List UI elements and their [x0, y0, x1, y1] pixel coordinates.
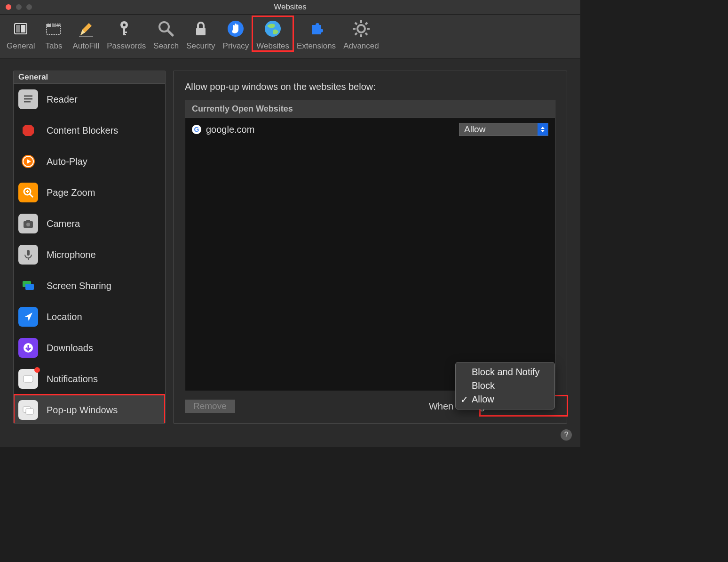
camera-icon — [18, 214, 38, 233]
sidebar-item-label: Auto-Play — [47, 156, 87, 167]
websites-listbox: Currently Open Websites Ggoogle.comAllow — [185, 100, 555, 391]
hand-icon — [224, 17, 247, 40]
list-header: Currently Open Websites — [185, 100, 555, 118]
sidebar-item-label: Location — [47, 312, 82, 322]
lock-icon — [190, 17, 212, 40]
main-heading: Allow pop-up windows on the websites bel… — [185, 81, 555, 92]
preferences-window: Websites General Tabs AutoFill Passwords… — [0, 0, 580, 447]
sidebar-item-microphone[interactable]: Microphone — [14, 239, 165, 270]
svg-line-29 — [365, 23, 367, 24]
menu-item[interactable]: Block — [456, 379, 554, 393]
website-domain: google.com — [206, 124, 454, 135]
sidebar-item-label: Reader — [47, 94, 78, 105]
svg-point-22 — [357, 25, 365, 32]
tab-label: Tabs — [46, 41, 63, 51]
svg-line-27 — [355, 23, 357, 24]
notifications-icon — [18, 369, 38, 389]
pop-up-windows-icon — [18, 400, 38, 420]
svg-rect-11 — [79, 36, 93, 37]
globe-icon — [261, 17, 284, 40]
downloads-icon — [18, 338, 38, 358]
tab-label: Privacy — [223, 41, 249, 51]
prefs-toolbar: General Tabs AutoFill Passwords Search S… — [0, 15, 580, 58]
remove-button[interactable]: Remove — [185, 400, 235, 413]
sidebar-item-screen-sharing[interactable]: Screen Sharing — [14, 270, 165, 301]
svg-line-28 — [365, 33, 367, 35]
tab-label: Security — [186, 41, 215, 51]
svg-rect-15 — [123, 32, 127, 33]
tab-label: Search — [153, 41, 179, 51]
svg-rect-48 — [25, 284, 34, 290]
tab-label: Passwords — [107, 41, 146, 51]
sidebar-item-camera[interactable]: Camera — [14, 208, 165, 239]
svg-rect-5 — [47, 24, 51, 27]
svg-rect-19 — [196, 28, 206, 35]
other-websites-dropdown-menu[interactable]: Block and NotifyBlockAllow — [455, 362, 555, 409]
tab-security[interactable]: Security — [182, 17, 219, 51]
svg-rect-3 — [21, 25, 25, 32]
sidebar-item-label: Page Zoom — [47, 187, 95, 198]
tab-websites[interactable]: Websites — [253, 17, 293, 51]
page-zoom-icon — [18, 183, 38, 202]
tabs-icon — [42, 17, 65, 40]
svg-rect-52 — [24, 376, 33, 382]
sidebar-item-label: Camera — [47, 218, 80, 229]
sidebar-item-content-blockers[interactable]: Content Blockers — [14, 115, 165, 146]
tab-passwords[interactable]: Passwords — [103, 17, 150, 51]
svg-line-30 — [355, 33, 357, 35]
location-icon — [18, 307, 38, 327]
tab-label: Extensions — [297, 41, 336, 51]
tab-tabs[interactable]: Tabs — [39, 17, 69, 51]
svg-point-21 — [265, 21, 281, 37]
sidebar-item-page-zoom[interactable]: Page Zoom — [14, 177, 165, 208]
sidebar-item-label: Notifications — [47, 374, 98, 385]
tab-label: Websites — [256, 41, 289, 51]
menu-item[interactable]: Block and Notify — [456, 365, 554, 379]
sidebar-item-downloads[interactable]: Downloads — [14, 332, 165, 363]
key-icon — [115, 17, 138, 40]
tab-label: General — [7, 41, 35, 51]
gear-icon — [350, 17, 372, 40]
tab-label: Advanced — [343, 41, 379, 51]
titlebar: Websites — [0, 0, 580, 15]
microphone-icon — [18, 245, 38, 265]
pencil-icon — [75, 17, 97, 40]
menu-item[interactable]: Allow — [456, 393, 554, 406]
svg-rect-16 — [123, 34, 126, 35]
window-title: Websites — [0, 2, 580, 12]
reader-icon — [18, 89, 38, 109]
tab-search[interactable]: Search — [150, 17, 182, 51]
tab-general[interactable]: General — [3, 17, 39, 51]
tab-advanced[interactable]: Advanced — [340, 17, 383, 51]
tab-privacy[interactable]: Privacy — [219, 17, 253, 51]
tab-label: AutoFill — [72, 41, 99, 51]
svg-point-13 — [123, 24, 126, 26]
svg-line-18 — [168, 31, 173, 35]
sidebar-item-label: Downloads — [47, 343, 93, 353]
sidebar-header: General — [14, 71, 165, 84]
website-row[interactable]: Ggoogle.comAllow — [185, 118, 555, 141]
sidebar-item-auto-play[interactable]: Auto-Play — [14, 146, 165, 177]
svg-marker-34 — [23, 125, 34, 136]
tab-extensions[interactable]: Extensions — [293, 17, 340, 51]
sidebar-item-location[interactable]: Location — [14, 301, 165, 332]
sidebar-item-label: Microphone — [47, 249, 96, 260]
sidebar-item-pop-up-windows[interactable]: Pop-up Windows — [14, 394, 165, 423]
svg-rect-44 — [26, 220, 30, 222]
svg-rect-6 — [52, 24, 56, 27]
sidebar-item-label: Pop-up Windows — [47, 405, 118, 416]
content-blockers-icon — [18, 120, 38, 140]
svg-marker-49 — [24, 313, 32, 321]
help-button[interactable]: ? — [561, 429, 572, 441]
svg-rect-45 — [27, 250, 30, 256]
sidebar-item-notifications[interactable]: Notifications — [14, 363, 165, 394]
svg-rect-54 — [26, 409, 33, 414]
switch-icon — [9, 17, 32, 40]
svg-rect-2 — [16, 25, 20, 32]
svg-point-43 — [26, 223, 30, 226]
sidebar-item-reader[interactable]: Reader — [14, 84, 165, 115]
tab-autofill[interactable]: AutoFill — [69, 17, 103, 51]
auto-play-icon — [18, 152, 38, 171]
screen-sharing-icon — [18, 276, 38, 296]
website-permission-select[interactable]: Allow — [459, 123, 548, 136]
